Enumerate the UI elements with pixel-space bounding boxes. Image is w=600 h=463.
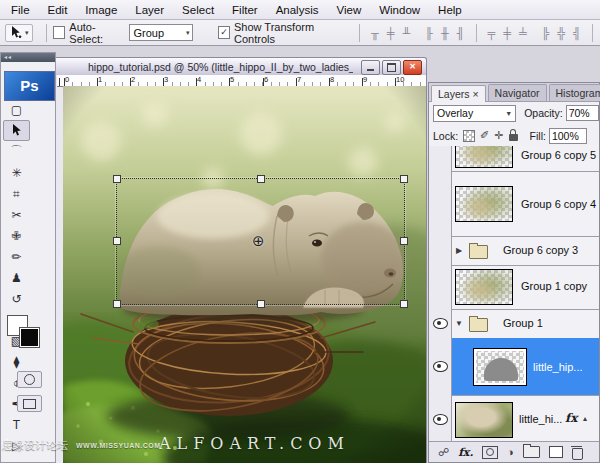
add-layer-mask-icon[interactable] (482, 446, 498, 459)
opacity-value[interactable]: 70% (566, 105, 599, 121)
quick-mask-button[interactable] (17, 371, 42, 388)
layer-name[interactable]: little_hi... (519, 413, 562, 425)
layer-thumbnail[interactable] (455, 186, 513, 222)
layer-row-selected[interactable]: little_hip... (429, 338, 599, 396)
move-tool[interactable] (3, 120, 30, 141)
slice-tool[interactable]: ✂ (3, 204, 30, 225)
healing-brush-tool[interactable]: ✙ (3, 225, 30, 246)
align-right-icon[interactable]: ╢ (455, 27, 467, 39)
blend-mode-dropdown[interactable]: Overlay ▼ (433, 105, 516, 122)
document-title-bar[interactable]: hippo_tutorial.psd @ 50% (little_hippo_I… (31, 58, 426, 75)
transform-handle-w[interactable] (113, 237, 121, 245)
layer-thumbnail[interactable] (455, 402, 513, 438)
layer-name[interactable]: Group 6 copy 3 (503, 244, 578, 256)
expand-collapsed-icon[interactable]: ▶ (456, 246, 462, 255)
menu-window[interactable]: Window (370, 2, 429, 18)
transform-handle-s[interactable] (257, 300, 265, 308)
lock-pixels-icon[interactable]: ✐ (480, 129, 489, 142)
layer-thumbnail[interactable] (455, 269, 513, 305)
maximize-button[interactable] (382, 60, 401, 75)
layer-visibility-toggle[interactable] (429, 265, 452, 309)
layer-visibility-toggle[interactable] (429, 395, 452, 444)
blur-tool[interactable]: ⧫ (3, 351, 30, 372)
layer-name[interactable]: Group 1 copy (521, 280, 587, 292)
transform-handle-se[interactable] (400, 300, 408, 308)
layer-row[interactable]: little_hi... fx ▴ (429, 395, 599, 444)
transform-handle-sw[interactable] (113, 300, 121, 308)
align-bottom-icon[interactable]: ╨ (400, 27, 412, 39)
show-transform-checkbox[interactable]: ✓ (218, 26, 230, 39)
palette-collapse-bar[interactable]: ◂◂ (1, 53, 55, 62)
layer-row[interactable]: ▶ Group 6 copy 3 (429, 236, 599, 266)
layer-visibility-toggle[interactable] (429, 146, 452, 171)
lock-transparency-icon[interactable] (463, 130, 475, 142)
align-middle-icon[interactable]: ╪ (385, 27, 397, 39)
rectangular-marquee-tool[interactable]: ▢ (3, 99, 30, 120)
brush-tool[interactable]: ✏ (3, 246, 30, 267)
transform-handle-e[interactable] (400, 237, 408, 245)
delete-layer-icon[interactable] (572, 448, 583, 460)
menu-filter[interactable]: Filter (223, 2, 267, 18)
distribute-right-icon[interactable]: ╣ (571, 27, 583, 39)
layer-row[interactable]: ▼ Group 1 (429, 309, 599, 339)
adjustment-layer-icon[interactable]: ◑ (507, 447, 514, 458)
layer-name[interactable]: Group 1 (503, 317, 543, 329)
link-layers-icon[interactable]: ☍ (438, 447, 449, 458)
align-left-icon[interactable]: ╟ (423, 27, 435, 39)
history-brush-tool[interactable]: ↺ (3, 288, 30, 309)
layer-row[interactable]: Group 1 copy (429, 265, 599, 310)
canvas[interactable]: ⊕ WWW.MISSYUAN.COM ALFOART.COM (63, 86, 426, 463)
layer-effects-badge[interactable]: fx (565, 411, 577, 425)
menu-image[interactable]: Image (76, 2, 126, 18)
layer-name[interactable]: little_hip... (533, 361, 583, 373)
screen-mode-button[interactable] (17, 395, 42, 412)
layer-visibility-toggle[interactable] (429, 171, 452, 236)
auto-select-dropdown[interactable]: Group ▾ (129, 24, 193, 41)
fill-value[interactable]: 100% (549, 128, 587, 144)
layer-row[interactable]: Group 6 copy 5 (429, 146, 599, 172)
tab-histogram[interactable]: Histogram (549, 84, 600, 101)
layer-name[interactable]: Group 6 copy 4 (521, 198, 596, 210)
magic-wand-tool[interactable]: ✳ (3, 162, 30, 183)
minimize-button[interactable] (361, 60, 380, 75)
distribute-middle-icon[interactable]: ╪ (501, 27, 513, 39)
transform-handle-nw[interactable] (113, 175, 121, 183)
tab-navigator[interactable]: Navigator (488, 84, 547, 101)
fx-chevron-icon[interactable]: ▴ (583, 414, 587, 423)
layer-mask-thumbnail[interactable] (473, 348, 527, 386)
lock-all-icon[interactable] (509, 134, 518, 141)
tool-preset-picker[interactable]: ▾ (5, 24, 33, 42)
new-layer-icon[interactable] (549, 446, 563, 458)
rectangle-shape-tool[interactable]: ▭ (3, 456, 30, 463)
type-tool[interactable]: T (3, 414, 30, 435)
distribute-left-icon[interactable]: ╠ (540, 27, 552, 39)
new-group-icon[interactable] (523, 446, 540, 458)
layer-visibility-toggle[interactable] (429, 236, 452, 265)
lasso-tool[interactable]: ⌒ (3, 141, 30, 162)
layer-visibility-toggle[interactable] (429, 309, 452, 338)
distribute-bottom-icon[interactable]: ╧ (517, 27, 529, 39)
menu-layer[interactable]: Layer (126, 2, 173, 18)
tab-layers[interactable]: Layers × (431, 85, 486, 102)
distribute-center-icon[interactable]: ╬ (556, 27, 568, 39)
layer-thumbnail[interactable] (455, 146, 513, 168)
layer-visibility-toggle[interactable] (429, 338, 452, 395)
expand-expanded-icon[interactable]: ▼ (455, 319, 463, 328)
menu-select[interactable]: Select (173, 2, 223, 18)
clone-stamp-tool[interactable]: ♟ (3, 267, 30, 288)
menu-file[interactable]: File (2, 2, 39, 18)
layer-row[interactable]: Group 6 copy 4 (429, 171, 599, 237)
align-center-icon[interactable]: ╫ (439, 27, 451, 39)
transform-handle-ne[interactable] (400, 175, 408, 183)
transform-handle-n[interactable] (257, 175, 265, 183)
transform-reference-point[interactable]: ⊕ (252, 232, 265, 250)
menu-analysis[interactable]: Analysis (267, 2, 328, 18)
menu-view[interactable]: View (327, 2, 370, 18)
close-button[interactable]: ✕ (403, 60, 422, 75)
align-top-icon[interactable]: ╥ (369, 27, 381, 39)
layer-style-button[interactable]: fx. (458, 447, 473, 458)
crop-tool[interactable]: ⌗ (3, 183, 30, 204)
layer-name[interactable]: Group 6 copy 5 (521, 149, 596, 161)
menu-help[interactable]: Help (429, 2, 471, 18)
menu-edit[interactable]: Edit (39, 2, 77, 18)
